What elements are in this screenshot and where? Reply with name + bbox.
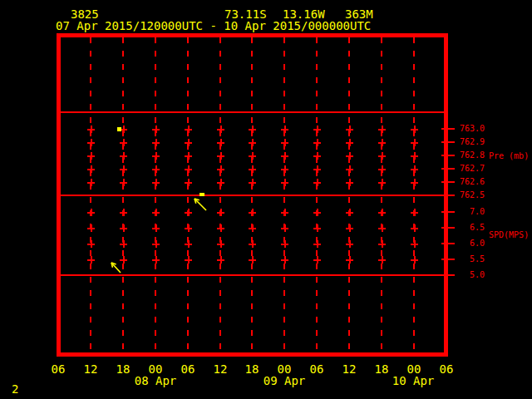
grid-plus-mark bbox=[217, 179, 224, 186]
grid-plus-mark bbox=[152, 165, 160, 173]
grid-plus-mark bbox=[281, 256, 288, 264]
x-tick-label: 06 bbox=[304, 363, 329, 375]
grid-plus-mark bbox=[217, 240, 224, 248]
grid-plus-mark bbox=[120, 139, 127, 146]
grid-plus-mark bbox=[152, 179, 160, 186]
latitude-label: 73.11S bbox=[224, 8, 267, 20]
grid-plus-mark bbox=[313, 240, 321, 248]
x-tick-label: 00 bbox=[143, 363, 168, 375]
x-tick-label: 18 bbox=[369, 363, 394, 375]
station-id: 3825 bbox=[71, 8, 99, 20]
grid-plus-mark bbox=[120, 240, 127, 248]
page-number: 2 bbox=[12, 383, 18, 395]
grid-plus-mark bbox=[217, 139, 224, 146]
grid-plus-mark bbox=[87, 240, 95, 248]
grid-plus-mark bbox=[87, 209, 95, 216]
grid-plus-mark bbox=[152, 256, 160, 264]
grid-plus-mark bbox=[152, 152, 160, 160]
grid-plus-mark bbox=[313, 256, 321, 264]
grid-plus-mark bbox=[378, 240, 386, 248]
x-date-label: 08 Apr bbox=[131, 375, 180, 387]
grid-plus-mark bbox=[217, 165, 224, 173]
x-tick-label: 00 bbox=[401, 363, 426, 375]
grid-plus-mark bbox=[249, 224, 256, 232]
grid-plus-mark bbox=[87, 165, 95, 173]
grid-plus-mark bbox=[411, 179, 418, 186]
panel-divider-line bbox=[61, 274, 444, 276]
y-tick-label: 762.8 bbox=[453, 150, 485, 160]
y-tick-label: 762.5 bbox=[453, 190, 485, 200]
grid-plus-mark bbox=[217, 152, 224, 160]
grid-plus-mark bbox=[185, 240, 192, 248]
grid-plus-mark bbox=[217, 126, 224, 133]
x-tick-label: 12 bbox=[78, 363, 103, 375]
grid-plus-mark bbox=[87, 152, 95, 160]
grid-plus-mark bbox=[249, 240, 256, 248]
grid-plus-mark bbox=[87, 139, 95, 146]
x-tick-label: 18 bbox=[239, 363, 264, 375]
data-point-marker bbox=[117, 127, 121, 131]
grid-plus-mark bbox=[346, 179, 353, 186]
x-tick-label: 06 bbox=[434, 363, 459, 375]
grid-plus-mark bbox=[152, 139, 160, 146]
grid-plus-mark bbox=[313, 179, 321, 186]
grid-plus-mark bbox=[185, 179, 192, 186]
grid-plus-mark bbox=[346, 240, 353, 248]
grid-plus-mark bbox=[249, 209, 256, 216]
grid-plus-mark bbox=[411, 165, 418, 173]
grid-plus-mark bbox=[281, 179, 288, 186]
grid-plus-mark bbox=[346, 256, 353, 264]
grid-plus-mark bbox=[378, 126, 386, 133]
grid-plus-mark bbox=[313, 224, 321, 232]
period-label: 07 Apr 2015/120000UTC - 10 Apr 2015/0000… bbox=[56, 20, 371, 32]
grid-plus-mark bbox=[411, 126, 418, 133]
data-point-marker bbox=[200, 193, 204, 196]
x-tick-label: 12 bbox=[337, 363, 362, 375]
y-tick-label: 763.0 bbox=[453, 124, 485, 134]
grid-plus-mark bbox=[281, 126, 288, 133]
x-tick-label: 12 bbox=[208, 363, 233, 375]
grid-plus-mark bbox=[185, 209, 192, 216]
grid-plus-mark bbox=[249, 126, 256, 133]
grid-plus-mark bbox=[217, 256, 224, 264]
grid-plus-mark bbox=[120, 209, 127, 216]
grid-plus-mark bbox=[120, 165, 127, 173]
grid-plus-mark bbox=[378, 165, 386, 173]
x-tick-label: 00 bbox=[272, 363, 297, 375]
grid-plus-mark bbox=[120, 256, 127, 264]
grid-plus-mark bbox=[411, 224, 418, 232]
grid-plus-mark bbox=[217, 224, 224, 232]
x-tick-label: 06 bbox=[175, 363, 200, 375]
grid-plus-mark bbox=[411, 240, 418, 248]
grid-plus-mark bbox=[152, 224, 160, 232]
y-tick-label: 7.0 bbox=[453, 207, 485, 217]
grid-plus-mark bbox=[346, 139, 353, 146]
y-tick-label: 5.0 bbox=[453, 270, 485, 280]
grid-plus-mark bbox=[281, 240, 288, 248]
grid-plus-mark bbox=[346, 126, 353, 133]
grid-plus-mark bbox=[411, 139, 418, 146]
x-tick-label: 18 bbox=[111, 363, 135, 375]
y-tick-label: 762.9 bbox=[453, 137, 485, 147]
grid-plus-mark bbox=[346, 165, 353, 173]
grid-plus-mark bbox=[411, 152, 418, 160]
grid-plus-mark bbox=[378, 209, 386, 216]
grid-plus-mark bbox=[249, 152, 256, 160]
y-tick-label: 5.5 bbox=[453, 254, 485, 264]
grid-plus-mark bbox=[152, 126, 160, 133]
grid-plus-mark bbox=[185, 126, 192, 133]
grid-plus-mark bbox=[87, 126, 95, 133]
grid-plus-mark bbox=[217, 209, 224, 216]
x-date-label: 10 Apr bbox=[388, 375, 438, 387]
grid-plus-mark bbox=[185, 256, 192, 264]
grid-plus-mark bbox=[378, 179, 386, 186]
pressure-axis-title: Pre (mb) bbox=[489, 151, 529, 161]
grid-plus-mark bbox=[120, 224, 127, 232]
y-tick-label: 762.7 bbox=[453, 164, 485, 174]
grid-plus-mark bbox=[313, 152, 321, 160]
grid-plus-mark bbox=[87, 256, 95, 264]
y-tick-label: 6.0 bbox=[453, 239, 485, 249]
grid-plus-mark bbox=[249, 179, 256, 186]
grid-plus-mark bbox=[346, 152, 353, 160]
grid-plus-mark bbox=[313, 209, 321, 216]
